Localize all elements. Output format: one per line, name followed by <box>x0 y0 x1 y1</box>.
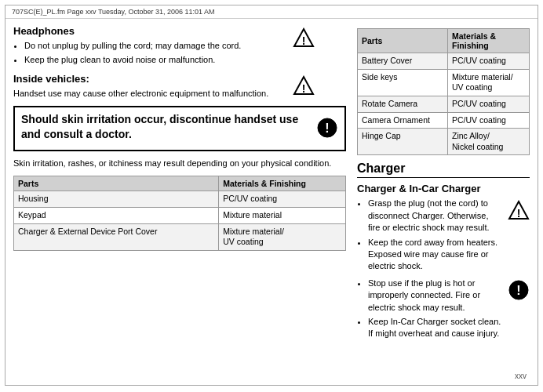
charger-bullets: Grasp the plug (not the cord) to disconn… <box>357 198 501 272</box>
left-table-part-2: Charger & External Device Port Cover <box>14 223 219 250</box>
left-table-col2-label: Materials & Finishing <box>223 179 306 188</box>
left-table-wrap: Parts Materials & Finishing Housing PC/U… <box>13 176 346 251</box>
charger-bullets-wrap: ! Grasp the plug (not the cord) to disco… <box>357 198 530 272</box>
svg-text:!: ! <box>325 122 329 135</box>
right-material-4: Zinc Alloy/Nickel coating <box>447 129 529 155</box>
right-material-2: PC/UV coating <box>447 96 529 112</box>
svg-text:!: ! <box>302 34 306 47</box>
headphones-bullet-1: Do not unplug by pulling the cord; may d… <box>24 40 315 52</box>
skin-irritation-heading: Should skin irritation occur, discontinu… <box>21 112 338 142</box>
headphones-bullet-2: Keep the plug clean to avoid noise or ma… <box>24 54 315 66</box>
charger-bullet-0: Grasp the plug (not the cord) to disconn… <box>368 198 501 234</box>
inside-vehicles-warning-icon: ! <box>293 74 315 98</box>
right-part-1: Side keys <box>358 69 448 96</box>
left-table-material-1: Mixture material <box>219 207 346 223</box>
left-table-material-2: Mixture material/UV coating <box>219 223 346 250</box>
skin-irritation-section: ! Should skin irritation occur, disconti… <box>13 106 346 151</box>
left-column: ! Headphones Do not unplug by pulling th… <box>13 25 346 345</box>
charger-bullets-wrap-2: ! Stop use if the plug is hot or imprope… <box>357 278 530 340</box>
table-row: Housing PC/UV coating <box>14 191 346 208</box>
right-column: Parts Materials &Finishing Battery Cover… <box>357 25 530 345</box>
right-table-header-materials: Materials &Finishing <box>447 29 529 53</box>
svg-text:!: ! <box>517 207 521 220</box>
table-row: Battery Cover PC/UV coating <box>358 53 530 70</box>
right-part-4: Hinge Cap <box>358 129 448 155</box>
left-table-part-1: Keypad <box>14 207 219 223</box>
table-row: Side keys Mixture material/UV coating <box>358 69 530 96</box>
table-row: Charger & External Device Port Cover Mix… <box>14 223 346 250</box>
top-bar-text: 707SC(E)_PL.fm Page xxv Tuesday, October… <box>12 8 214 16</box>
inside-vehicles-section: ! Inside vehicles: Handset use may cause… <box>13 73 346 100</box>
top-bar: 707SC(E)_PL.fm Page xxv Tuesday, October… <box>5 5 538 19</box>
svg-text:!: ! <box>516 284 520 297</box>
right-table-body: Battery Cover PC/UV coating Side keys Mi… <box>358 53 530 155</box>
left-table-header-materials: Materials & Finishing <box>219 176 346 191</box>
charger-bullet-2: Stop use if the plug is hot or improperl… <box>368 278 501 314</box>
left-table-part-0: Housing <box>14 191 219 208</box>
right-part-3: Camera Ornament <box>358 112 448 129</box>
headphones-bullets: Do not unplug by pulling the cord; may d… <box>13 40 315 67</box>
svg-text:!: ! <box>302 82 306 95</box>
charger-bullet-3: Keep In-Car Charger socket clean. If mig… <box>368 316 501 340</box>
content-area: ! Headphones Do not unplug by pulling th… <box>5 19 538 351</box>
headphones-warning-icon: ! <box>293 27 315 50</box>
page-number: xxv <box>515 372 527 380</box>
inside-vehicles-text: Handset use may cause other electronic e… <box>13 88 315 100</box>
headphones-section: ! Headphones Do not unplug by pulling th… <box>13 25 346 67</box>
right-material-0: PC/UV coating <box>447 53 529 70</box>
left-parts-table: Parts Materials & Finishing Housing PC/U… <box>13 176 346 251</box>
skin-irritation-icon: ! <box>316 117 338 140</box>
charger-sub-heading: Charger & In-Car Charger <box>357 183 530 194</box>
left-table-body: Housing PC/UV coating Keypad Mixture mat… <box>14 191 346 251</box>
charger-warning-icon-2: ! <box>508 279 530 303</box>
table-row: Camera Ornament PC/UV coating <box>358 112 530 129</box>
charger-heading: Charger <box>357 162 530 178</box>
right-table-header-parts: Parts <box>358 29 448 53</box>
right-parts-table: Parts Materials &Finishing Battery Cover… <box>357 28 530 155</box>
left-table-header-parts: Parts <box>14 176 219 191</box>
right-part-2: Rotate Camera <box>358 96 448 112</box>
table-row: Keypad Mixture material <box>14 207 346 223</box>
page-border: 707SC(E)_PL.fm Page xxv Tuesday, October… <box>5 5 538 386</box>
right-part-0: Battery Cover <box>358 53 448 70</box>
skin-irritation-text: Skin irritation, rashes, or itchiness ma… <box>13 158 346 169</box>
charger-bullet-1: Keep the cord away from heaters. Exposed… <box>368 237 501 273</box>
table-row: Hinge Cap Zinc Alloy/Nickel coating <box>358 129 530 155</box>
charger-warning-icon-1: ! <box>508 199 530 223</box>
right-material-1: Mixture material/UV coating <box>447 69 529 96</box>
table-row: Rotate Camera PC/UV coating <box>358 96 530 112</box>
inside-vehicles-heading: Inside vehicles: <box>13 73 315 85</box>
headphones-heading: Headphones <box>13 25 315 37</box>
charger-section: Charger Charger & In-Car Charger ! Grasp… <box>357 162 530 339</box>
right-table-wrap: Parts Materials &Finishing Battery Cover… <box>357 28 530 155</box>
charger-bullets-2: Stop use if the plug is hot or improperl… <box>357 278 501 340</box>
left-table-material-0: PC/UV coating <box>219 191 346 208</box>
right-material-3: PC/UV coating <box>447 112 529 129</box>
